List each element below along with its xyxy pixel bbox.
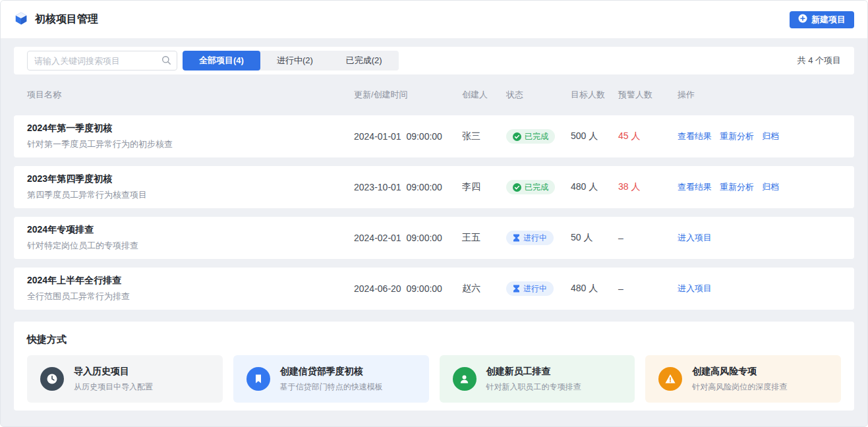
target-count: 50 人	[571, 232, 618, 244]
search-input[interactable]	[27, 51, 177, 71]
status-badge: 进行中	[506, 231, 554, 245]
main-content: 全部项目(4) 进行中(2) 已完成(2) 共 4 个项目 项目名称 更新/创建…	[1, 38, 867, 411]
target-count: 500 人	[571, 130, 618, 142]
status-badge: 已完成	[506, 129, 555, 144]
project-name: 2024年专项排查	[27, 224, 354, 236]
reanalyze-link[interactable]: 重新分析	[720, 181, 754, 193]
shortcut-credit-dept-template[interactable]: 创建信贷部季度初核 基于信贷部门特点的快速模板	[233, 355, 429, 403]
hourglass-icon	[513, 234, 520, 242]
table-header: 项目名称 更新/创建时间 创建人 状态 目标人数 预警人数 操作	[14, 74, 854, 115]
filter-tabs: 全部项目(4) 进行中(2) 已完成(2)	[183, 51, 399, 71]
shortcut-desc: 从历史项目中导入配置	[74, 382, 153, 393]
shortcuts-panel: 快捷方式 导入历史项目 从历史项目中导入配置	[14, 322, 854, 411]
update-time: 2024-01-01 09:00:00	[354, 131, 462, 142]
table-row: 2024年第一季度初核 针对第一季度员工异常行为的初步核查 2024-01-01…	[14, 115, 854, 157]
reanalyze-link[interactable]: 重新分析	[720, 130, 754, 142]
enter-project-link[interactable]: 进入项目	[678, 283, 712, 295]
clock-icon	[40, 367, 64, 391]
col-actions: 操作	[678, 89, 854, 101]
project-name: 2024年第一季度初核	[27, 123, 354, 134]
col-project-name: 项目名称	[27, 89, 354, 101]
project-name: 2024年上半年全行排查	[27, 275, 354, 287]
creator: 张三	[462, 130, 506, 142]
tab-in-progress[interactable]: 进行中(2)	[260, 51, 330, 71]
shortcuts-title: 快捷方式	[27, 333, 841, 346]
shortcut-title: 创建新员工排查	[486, 366, 581, 378]
update-time: 2024-02-01 09:00:00	[354, 233, 462, 243]
col-update-time: 更新/创建时间	[354, 89, 462, 101]
archive-link[interactable]: 归档	[762, 130, 779, 142]
project-desc: 第四季度员工异常行为核查项目	[27, 189, 354, 201]
creator: 王五	[462, 232, 506, 244]
tab-all-projects[interactable]: 全部项目(4)	[183, 51, 260, 71]
tab-completed[interactable]: 已完成(2)	[330, 51, 399, 71]
search-icon	[161, 55, 171, 65]
status-badge: 进行中	[506, 281, 554, 296]
shortcut-import-history[interactable]: 导入历史项目 从历史项目中导入配置	[27, 355, 223, 403]
user-icon	[453, 367, 477, 391]
shortcut-desc: 针对高风险岗位的深度排查	[692, 382, 787, 393]
warning-count: –	[618, 233, 678, 243]
warning-count: 45 人	[618, 130, 678, 142]
new-project-button[interactable]: 新建项目	[790, 11, 854, 28]
project-desc: 针对第一季度员工异常行为的初步核查	[27, 138, 354, 150]
target-count: 480 人	[571, 181, 618, 193]
shortcut-new-employee-screening[interactable]: 创建新员工排查 针对新入职员工的专项排查	[440, 355, 635, 403]
shortcut-title: 导入历史项目	[74, 366, 153, 378]
col-status: 状态	[506, 89, 571, 101]
col-creator: 创建人	[462, 89, 506, 101]
creator: 李四	[462, 181, 506, 193]
view-results-link[interactable]: 查看结果	[678, 181, 712, 193]
archive-link[interactable]: 归档	[762, 181, 779, 193]
shortcut-high-risk-special[interactable]: 创建高风险专项 针对高风险岗位的深度排查	[645, 355, 841, 403]
warning-icon	[658, 367, 682, 391]
enter-project-link[interactable]: 进入项目	[678, 232, 712, 244]
update-time: 2024-06-20 09:00:00	[354, 283, 462, 294]
target-count: 480 人	[571, 283, 618, 295]
total-project-count: 共 4 个项目	[797, 55, 841, 67]
project-desc: 全行范围员工异常行为排查	[27, 291, 354, 302]
status-badge: 已完成	[506, 180, 555, 194]
update-time: 2023-10-01 09:00:00	[354, 182, 462, 192]
creator: 赵六	[462, 283, 506, 295]
cube-icon	[14, 11, 28, 28]
shortcut-title: 创建高风险专项	[692, 366, 787, 378]
page-title: 初核项目管理	[35, 13, 98, 26]
view-results-link[interactable]: 查看结果	[678, 130, 712, 142]
shortcut-desc: 针对新入职员工的专项排查	[486, 382, 581, 393]
project-desc: 针对特定岗位员工的专项排查	[27, 240, 354, 252]
search-box	[27, 51, 177, 71]
table-row: 2024年专项排查 针对特定岗位员工的专项排查 2024-02-01 09:00…	[14, 217, 854, 259]
warning-count: –	[618, 283, 678, 294]
table-row: 2023年第四季度初核 第四季度员工异常行为核查项目 2023-10-01 09…	[14, 166, 854, 208]
hourglass-icon	[513, 285, 520, 293]
table-row: 2024年上半年全行排查 全行范围员工异常行为排查 2024-06-20 09:…	[14, 268, 854, 310]
shortcut-title: 创建信贷部季度初核	[280, 366, 383, 378]
app-header: 初核项目管理 新建项目	[1, 1, 867, 38]
check-circle-icon	[513, 132, 521, 141]
plus-icon	[798, 14, 807, 25]
col-target-count: 目标人数	[571, 89, 618, 101]
project-name: 2023年第四季度初核	[27, 173, 354, 185]
shortcut-desc: 基于信贷部门特点的快速模板	[280, 382, 383, 393]
toolbar: 全部项目(4) 进行中(2) 已完成(2) 共 4 个项目	[14, 47, 854, 74]
warning-count: 38 人	[618, 181, 678, 193]
check-circle-icon	[513, 183, 521, 192]
project-management-page: 初核项目管理 新建项目 全部项目(4) 进	[0, 0, 868, 427]
bookmark-icon	[246, 367, 270, 391]
col-warning-count: 预警人数	[618, 89, 678, 101]
